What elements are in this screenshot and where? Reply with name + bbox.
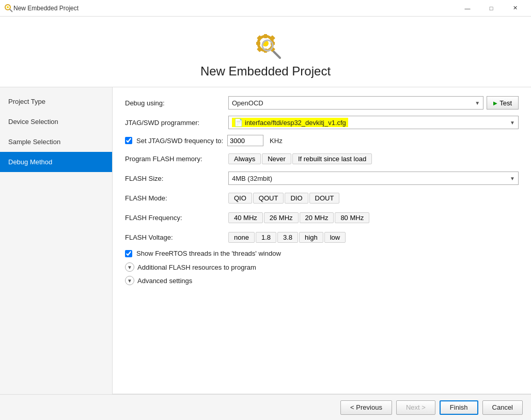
flash-voltage-low[interactable]: low — [324, 232, 346, 243]
freertos-checkbox[interactable] — [125, 250, 132, 257]
flash-memory-never[interactable]: Never — [262, 153, 291, 164]
flash-memory-rebuilt[interactable]: If rebuilt since last load — [292, 153, 372, 164]
svg-point-2 — [7, 6, 9, 8]
jtag-freq-checkbox[interactable] — [125, 137, 132, 144]
debug-using-label: Debug using: — [125, 99, 228, 107]
freertos-label: Show FreeRTOS threads in the 'threads' w… — [136, 250, 281, 257]
header-logo — [249, 27, 282, 60]
additional-flash-label: Additional FLASH resources to program — [137, 263, 256, 271]
footer: < Previous Next > Finish Cancel — [0, 394, 531, 420]
app-icon — [4, 4, 13, 13]
sidebar-item-debug-method[interactable]: Debug Method — [0, 152, 112, 172]
flash-size-row: FLASH Size: 4MB (32mbit) ▼ — [125, 171, 519, 185]
jtag-freq-input[interactable] — [227, 135, 263, 146]
jtag-programmer-control: 📄 interface/ftdi/esp32_devkitj_v1.cfg ▼ — [228, 116, 519, 129]
content-area: Project Type Device Selection Sample Sel… — [0, 87, 531, 394]
jtag-freq-label: Set JTAG/SWD frequency to: — [136, 137, 223, 145]
flash-size-arrow: ▼ — [510, 176, 515, 181]
sidebar: Project Type Device Selection Sample Sel… — [0, 87, 113, 394]
flash-memory-row: Program FLASH memory: Always Never If re… — [125, 151, 519, 166]
flash-voltage-none[interactable]: none — [228, 232, 255, 243]
advanced-settings-row[interactable]: ▼ Advanced settings — [125, 276, 519, 285]
jtag-freq-row: Set JTAG/SWD frequency to: KHz — [125, 135, 519, 146]
previous-button[interactable]: < Previous — [340, 400, 392, 415]
svg-line-5 — [6, 9, 6, 9]
flash-voltage-label: FLASH Voltage: — [125, 234, 228, 241]
flash-memory-label: Program FLASH memory: — [125, 155, 228, 163]
flash-mode-dio[interactable]: DIO — [285, 193, 308, 204]
next-button[interactable]: Next > — [396, 400, 435, 415]
sidebar-item-sample-selection[interactable]: Sample Selection — [0, 132, 112, 152]
main-panel: Debug using: OpenOCD ▼ ▶ Test JT — [113, 87, 531, 394]
flash-freq-20[interactable]: 20 MHz — [300, 212, 334, 223]
jtag-programmer-row: JTAG/SWD programmer: 📄 interface/ftdi/es… — [125, 115, 519, 130]
additional-flash-row[interactable]: ▼ Additional FLASH resources to program — [125, 262, 519, 272]
svg-rect-10 — [256, 42, 260, 45]
collapse-advanced-icon: ▼ — [125, 276, 134, 285]
logo-icon — [249, 27, 282, 60]
flash-memory-control: Always Never If rebuilt since last load — [228, 153, 519, 164]
flash-size-value: 4MB (32mbit) — [232, 175, 508, 182]
flash-mode-control: QIO QOUT DIO DOUT — [228, 193, 519, 204]
flash-freq-26[interactable]: 26 MHz — [264, 212, 299, 223]
page-title: New Embedded Project — [0, 64, 531, 79]
freq-unit-label: KHz — [270, 137, 283, 145]
play-icon: ▶ — [493, 100, 497, 106]
svg-line-3 — [6, 5, 6, 6]
flash-voltage-high[interactable]: high — [299, 232, 323, 243]
titlebar-controls: — □ ✕ — [456, 0, 527, 17]
panel-content: Debug using: OpenOCD ▼ ▶ Test JT — [113, 87, 531, 394]
finish-button[interactable]: Finish — [440, 400, 478, 415]
flash-freq-control: 40 MHz 26 MHz 20 MHz 80 MHz — [228, 212, 519, 223]
debug-using-select[interactable]: OpenOCD ▼ — [228, 96, 483, 110]
debug-using-value: OpenOCD — [232, 99, 473, 107]
test-button[interactable]: ▶ Test — [487, 96, 519, 110]
flash-size-select[interactable]: 4MB (32mbit) ▼ — [228, 172, 519, 185]
collapse-additional-icon: ▼ — [125, 262, 134, 272]
test-button-label: Test — [499, 99, 512, 107]
svg-line-4 — [9, 5, 10, 6]
flash-mode-row: FLASH Mode: QIO QOUT DIO DOUT — [125, 191, 519, 205]
svg-rect-8 — [264, 34, 267, 38]
svg-line-16 — [274, 52, 280, 58]
advanced-settings-label: Advanced settings — [137, 277, 192, 285]
close-button[interactable]: ✕ — [503, 0, 527, 17]
cancel-button[interactable]: Cancel — [482, 400, 523, 415]
debug-using-control: OpenOCD ▼ ▶ Test — [228, 96, 519, 110]
debug-using-row: Debug using: OpenOCD ▼ ▶ Test — [125, 96, 519, 110]
flash-voltage-18[interactable]: 1.8 — [256, 232, 276, 243]
jtag-programmer-highlight: 📄 interface/ftdi/esp32_devkitj_v1.cfg — [232, 118, 348, 127]
jtag-programmer-value: interface/ftdi/esp32_devkitj_v1.cfg — [245, 119, 346, 127]
flash-size-control: 4MB (32mbit) ▼ — [228, 172, 519, 185]
flash-voltage-control: none 1.8 3.8 high low — [228, 232, 519, 243]
flash-mode-label: FLASH Mode: — [125, 194, 228, 202]
svg-rect-12 — [257, 35, 262, 40]
debug-using-arrow: ▼ — [475, 100, 480, 106]
flash-memory-always[interactable]: Always — [228, 153, 261, 164]
minimize-button[interactable]: — — [456, 0, 479, 17]
flash-voltage-row: FLASH Voltage: none 1.8 3.8 high low — [125, 230, 519, 244]
jtag-programmer-label: JTAG/SWD programmer: — [125, 119, 228, 127]
svg-line-1 — [10, 9, 12, 12]
maximize-button[interactable]: □ — [479, 0, 503, 17]
titlebar-title: New Embedded Project — [13, 5, 456, 12]
flash-size-label: FLASH Size: — [125, 175, 228, 182]
freertos-row: Show FreeRTOS threads in the 'threads' w… — [125, 250, 519, 257]
flash-mode-qio[interactable]: QIO — [228, 193, 252, 204]
titlebar: New Embedded Project — □ ✕ — [0, 0, 531, 17]
sidebar-item-project-type[interactable]: Project Type — [0, 91, 112, 112]
sidebar-item-device-selection[interactable]: Device Selection — [0, 112, 112, 132]
flash-mode-qout[interactable]: QOUT — [253, 193, 284, 204]
flash-freq-label: FLASH Frequency: — [125, 214, 228, 222]
header: New Embedded Project — [0, 17, 531, 87]
flash-voltage-38[interactable]: 3.8 — [277, 232, 298, 243]
flash-freq-80[interactable]: 80 MHz — [335, 212, 369, 223]
main-window: New Embedded Project Project Type Device… — [0, 17, 531, 420]
flash-freq-40[interactable]: 40 MHz — [228, 212, 263, 223]
flash-mode-dout[interactable]: DOUT — [309, 193, 340, 204]
file-icon: 📄 — [234, 118, 243, 127]
flash-freq-row: FLASH Frequency: 40 MHz 26 MHz 20 MHz 80… — [125, 210, 519, 225]
jtag-programmer-select[interactable]: 📄 interface/ftdi/esp32_devkitj_v1.cfg ▼ — [228, 116, 519, 129]
jtag-arrow-icon: ▼ — [510, 120, 515, 126]
